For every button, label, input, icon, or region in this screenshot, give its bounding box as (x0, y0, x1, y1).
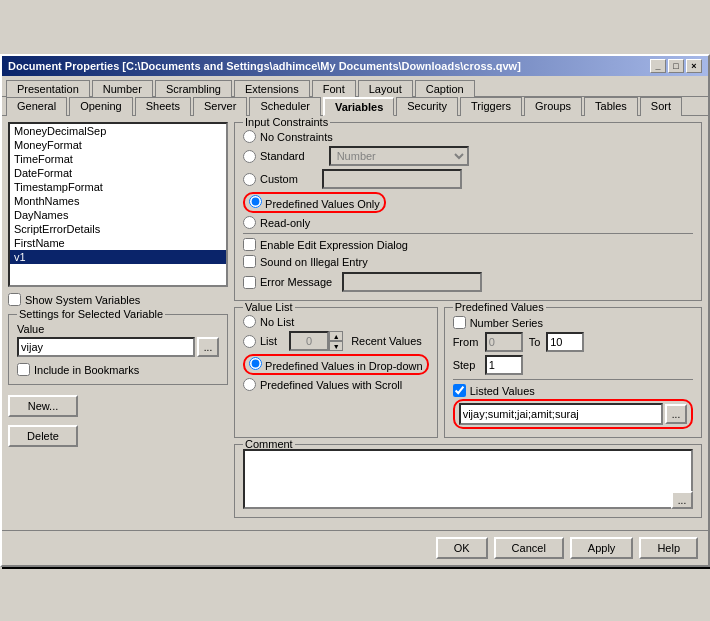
sound-illegal-label[interactable]: Sound on Illegal Entry (260, 256, 368, 268)
list-item[interactable]: DayNames (10, 208, 226, 222)
list-item[interactable]: TimestampFormat (10, 180, 226, 194)
tab-extensions[interactable]: Extensions (234, 80, 310, 97)
custom-label[interactable]: Custom (260, 173, 298, 185)
help-button[interactable]: Help (639, 537, 698, 559)
list-item[interactable]: MoneyDecimalSep (10, 124, 226, 138)
include-bookmarks-checkbox[interactable] (17, 363, 30, 376)
enable-edit-expression-checkbox[interactable] (243, 238, 256, 251)
tab-layout[interactable]: Layout (358, 80, 413, 97)
list-item[interactable]: MoneyFormat (10, 138, 226, 152)
list-item-selected[interactable]: v1 (10, 250, 226, 264)
main-window: Document Properties [C:\Documents and Se… (0, 54, 710, 567)
radio-predefined-scroll: Predefined Values with Scroll (243, 378, 429, 391)
bottom-sections: Value List No List List ▲ ▼ (234, 307, 702, 438)
tab-triggers[interactable]: Triggers (460, 97, 522, 116)
value-label: Value (17, 323, 219, 335)
predefined-values-only-label[interactable]: Predefined Values Only (265, 198, 380, 210)
comment-browse-button[interactable]: ... (671, 491, 693, 509)
minimize-button[interactable]: _ (650, 59, 666, 73)
show-system-variables-label[interactable]: Show System Variables (25, 294, 140, 306)
listed-values-input[interactable] (459, 403, 663, 425)
list-item[interactable]: DateFormat (10, 166, 226, 180)
left-panel: MoneyDecimalSep MoneyFormat TimeFormat D… (8, 122, 228, 524)
to-input[interactable] (546, 332, 584, 352)
settings-group: Settings for Selected Variable Value ...… (8, 314, 228, 385)
step-input[interactable] (485, 355, 523, 375)
custom-input[interactable] (322, 169, 462, 189)
variable-listbox[interactable]: MoneyDecimalSep MoneyFormat TimeFormat D… (8, 122, 228, 287)
value-browse-button[interactable]: ... (197, 337, 219, 357)
content-area: MoneyDecimalSep MoneyFormat TimeFormat D… (2, 116, 708, 530)
bottom-buttons-area: OK Cancel Apply Help (2, 530, 708, 565)
number-series-label[interactable]: Number Series (470, 317, 543, 329)
maximize-button[interactable]: □ (668, 59, 684, 73)
tab-scrambling[interactable]: Scrambling (155, 80, 232, 97)
tab-row-1: Presentation Number Scrambling Extension… (2, 76, 708, 97)
standard-dropdown[interactable]: Number (329, 146, 469, 166)
include-bookmarks-label[interactable]: Include in Bookmarks (34, 364, 139, 376)
sound-illegal-checkbox[interactable] (243, 255, 256, 268)
tab-sheets[interactable]: Sheets (135, 97, 191, 116)
radio-predefined-values-only: Predefined Values Only (243, 192, 693, 213)
error-message-checkbox[interactable] (243, 276, 256, 289)
no-constraints-label[interactable]: No Constraints (260, 131, 333, 143)
right-panel: Input Constraints No Constraints Standar… (234, 122, 702, 524)
spin-down-button[interactable]: ▼ (329, 341, 343, 351)
comment-textarea[interactable] (243, 449, 693, 509)
radio-no-constraints: No Constraints (243, 130, 693, 143)
tab-opening[interactable]: Opening (69, 97, 133, 116)
ok-button[interactable]: OK (436, 537, 488, 559)
tab-caption[interactable]: Caption (415, 80, 475, 97)
list-item[interactable]: FirstName (10, 236, 226, 250)
tab-sort[interactable]: Sort (640, 97, 682, 116)
predefined-dropdown-label[interactable]: Predefined Values in Drop-down (265, 360, 423, 372)
new-button[interactable]: New... (8, 395, 78, 417)
value-input[interactable] (17, 337, 195, 357)
from-label: From (453, 336, 481, 348)
sound-illegal-row: Sound on Illegal Entry (243, 255, 693, 268)
error-message-label[interactable]: Error Message (260, 276, 332, 288)
list-spinner-input[interactable] (289, 331, 329, 351)
close-button[interactable]: × (686, 59, 702, 73)
tab-font[interactable]: Font (312, 80, 356, 97)
list-item[interactable]: MonthNames (10, 194, 226, 208)
listed-values-label[interactable]: Listed Values (470, 385, 535, 397)
tab-tables[interactable]: Tables (584, 97, 638, 116)
number-series-checkbox[interactable] (453, 316, 466, 329)
input-constraints-title: Input Constraints (243, 116, 330, 128)
from-to-row: From To (453, 332, 693, 352)
standard-label[interactable]: Standard (260, 150, 305, 162)
delete-button[interactable]: Delete (8, 425, 78, 447)
predefined-values-title: Predefined Values (453, 301, 546, 313)
tab-number[interactable]: Number (92, 80, 153, 97)
listed-values-checkbox[interactable] (453, 384, 466, 397)
list-item[interactable]: TimeFormat (10, 152, 226, 166)
tab-presentation[interactable]: Presentation (6, 80, 90, 97)
predefined-scroll-label[interactable]: Predefined Values with Scroll (260, 379, 402, 391)
settings-group-title: Settings for Selected Variable (17, 308, 165, 320)
enable-edit-expression-label[interactable]: Enable Edit Expression Dialog (260, 239, 408, 251)
cancel-button[interactable]: Cancel (494, 537, 564, 559)
list-label[interactable]: List (260, 335, 277, 347)
tab-security[interactable]: Security (396, 97, 458, 116)
listed-values-highlight: ... (453, 399, 693, 429)
tab-general[interactable]: General (6, 97, 67, 116)
radio-list: List ▲ ▼ Recent Values (243, 331, 429, 351)
spin-up-button[interactable]: ▲ (329, 331, 343, 341)
tab-server[interactable]: Server (193, 97, 247, 116)
listed-values-row: Listed Values (453, 384, 693, 397)
list-spinner: ▲ ▼ (289, 331, 343, 351)
no-list-label[interactable]: No List (260, 316, 294, 328)
listed-values-browse-button[interactable]: ... (665, 404, 687, 424)
show-system-variables-checkbox[interactable] (8, 293, 21, 306)
readonly-label[interactable]: Read-only (260, 217, 310, 229)
tab-scheduler[interactable]: Scheduler (249, 97, 321, 116)
radio-readonly: Read-only (243, 216, 693, 229)
error-message-input[interactable] (342, 272, 482, 292)
list-item[interactable]: ScriptErrorDetails (10, 222, 226, 236)
show-system-variables-row: Show System Variables (8, 293, 228, 306)
from-input[interactable] (485, 332, 523, 352)
tab-variables[interactable]: Variables (323, 97, 394, 116)
tab-groups[interactable]: Groups (524, 97, 582, 116)
apply-button[interactable]: Apply (570, 537, 634, 559)
